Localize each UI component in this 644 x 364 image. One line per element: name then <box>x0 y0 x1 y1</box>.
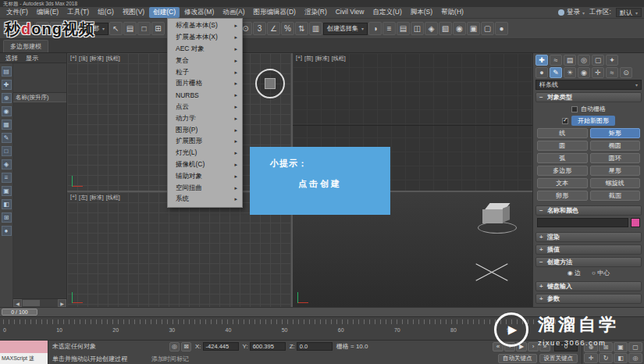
create-menu-item[interactable]: 点云 ▸ <box>168 102 242 113</box>
category-lights-icon[interactable]: ☀ <box>564 67 576 78</box>
autogrid-checkbox[interactable]: 自动栅格 <box>537 105 640 113</box>
shape-tool-button[interactable]: 文本 <box>537 178 588 188</box>
tab-modify[interactable]: ≈ <box>550 55 562 66</box>
render-production-icon[interactable]: ● <box>495 22 508 35</box>
create-menu-item[interactable]: 图形(P) ▸ <box>168 124 242 136</box>
shape-tool-button[interactable]: 圆 <box>537 141 588 151</box>
create-menu-item[interactable]: 扩展图形 ▸ <box>168 136 242 148</box>
viewport-label[interactable]: [线框] <box>106 194 120 202</box>
login-button[interactable]: 登录 ▾ <box>558 8 585 17</box>
scene-explorer-tool-icon[interactable]: ≡ <box>2 173 12 183</box>
listener-macro-line[interactable] <box>0 341 48 353</box>
percent-snap-icon[interactable]: % <box>281 22 294 35</box>
menu-bar-item[interactable]: 工具(T) <box>63 7 93 18</box>
time-slider-grip[interactable]: 0 / 100 <box>2 309 37 316</box>
shape-tool-button[interactable]: 多边形 <box>537 166 588 176</box>
render-setup-icon[interactable]: ▣ <box>467 22 480 35</box>
menu-bar-item[interactable]: 图形编辑器(D) <box>250 7 300 18</box>
scene-explorer-menu[interactable]: 显示 <box>23 54 41 62</box>
create-menu-item[interactable]: 复合 ▸ <box>168 55 242 66</box>
named-selection-set-field[interactable]: 创建选择集 ▾ <box>323 23 368 35</box>
menu-bar-item[interactable]: 创建(C) <box>149 7 180 18</box>
viewport-label[interactable]: [+] <box>70 55 76 62</box>
pan-icon[interactable]: ✛ <box>584 353 598 363</box>
tab-utilities[interactable]: ✦ <box>606 55 618 66</box>
scene-explorer-tool-icon[interactable]: ▤ <box>2 66 12 77</box>
create-menu-item[interactable]: NURBS ▸ <box>168 90 242 102</box>
viewport-label[interactable]: [标准] <box>315 55 329 62</box>
material-editor-icon[interactable]: ◉ <box>453 22 466 35</box>
maximize-viewport-icon[interactable]: ◧ <box>614 353 628 363</box>
scene-explorer-tool-icon[interactable]: ▦ <box>2 120 12 130</box>
shape-tool-button[interactable]: 螺旋线 <box>590 178 641 188</box>
layer-manager-icon[interactable]: ▤ <box>397 22 410 35</box>
isolate-view-icon[interactable]: ◎ <box>628 353 642 363</box>
category-spacewarps-icon[interactable]: ≈ <box>606 67 618 78</box>
scene-explorer-tool-icon[interactable]: ⊞ <box>2 212 12 223</box>
lock-selection-icon[interactable]: ⊠ <box>181 342 191 352</box>
set-key-button[interactable]: 设置关键点 <box>539 354 578 363</box>
viewport-label[interactable]: [顶] <box>79 55 87 62</box>
create-menu-item[interactable]: 辅助对象 ▸ <box>168 170 242 182</box>
maxscript-mini-listener[interactable]: MAXScript 迷 <box>0 341 48 364</box>
create-menu-item[interactable]: 面片栅格 ▸ <box>168 78 242 90</box>
scene-explorer-tool-icon[interactable]: ⊕ <box>2 93 12 103</box>
scene-explorer-tool-icon[interactable]: ✚ <box>2 80 12 90</box>
viewport-label[interactable]: [+] <box>296 55 302 62</box>
schematic-view-icon[interactable]: ▧ <box>439 22 452 35</box>
mirror-icon[interactable]: ◑ <box>368 22 382 35</box>
create-menu-item[interactable]: 系统 ▸ <box>168 194 242 205</box>
create-menu-item[interactable]: AEC 对象 ▸ <box>168 44 242 55</box>
shape-tool-button[interactable]: 卵形 <box>537 191 588 201</box>
create-menu-item[interactable]: 标准基本体(S) ▸ <box>168 20 242 32</box>
workspace-selector[interactable]: 默认 ▾ <box>616 8 642 17</box>
select-by-name-icon[interactable]: ▤ <box>123 22 137 35</box>
create-menu-item[interactable]: 粒子 ▸ <box>168 66 242 78</box>
viewport-label[interactable]: [+] <box>70 194 76 202</box>
menu-bar-item[interactable]: 文件(F) <box>2 7 32 18</box>
ribbon-toggle-icon[interactable]: ◫ <box>411 22 424 35</box>
add-time-tag[interactable]: 添加时间标记 <box>151 355 189 363</box>
viewport-label[interactable]: [标准] <box>90 194 104 202</box>
tab-create[interactable]: ✚ <box>535 55 548 66</box>
create-menu-item[interactable]: 摄像机(C) ▸ <box>168 159 242 171</box>
ribbon-tab-polygon-modeling[interactable]: 多边形建模 <box>3 40 48 52</box>
box-object[interactable] <box>482 203 514 230</box>
create-menu-item[interactable]: 扩展基本体(X) ▸ <box>168 32 242 44</box>
object-color-swatch[interactable] <box>631 218 640 227</box>
coord-x-field[interactable]: -424.445 <box>203 342 239 351</box>
scene-explorer-column-header[interactable]: 名称(按升序) <box>13 93 66 102</box>
shape-tool-button[interactable]: 截面 <box>590 191 641 201</box>
shape-tool-button[interactable]: 弧 <box>537 153 588 163</box>
category-cameras-icon[interactable]: ◉ <box>578 67 590 78</box>
viewport-label[interactable]: [线框] <box>106 55 120 62</box>
circle-shape-object[interactable] <box>255 69 285 98</box>
menu-bar-item[interactable]: 脚本(S) <box>407 7 436 18</box>
scene-explorer-menu[interactable]: 选择 <box>2 54 21 62</box>
isolate-selection-toggle-icon[interactable]: ◎ <box>169 342 180 352</box>
viewport-label[interactable]: [线框] <box>332 55 346 62</box>
tab-display[interactable]: ▢ <box>592 55 604 66</box>
menu-bar-item[interactable]: 帮助(H) <box>437 7 468 18</box>
angle-snap-icon[interactable]: ∠ <box>267 22 280 35</box>
scroll-right-icon[interactable]: ▶ <box>58 299 66 307</box>
menu-bar-item[interactable]: 编辑(E) <box>33 7 62 18</box>
create-menu-item[interactable]: 空间扭曲 ▸ <box>168 182 242 194</box>
align-icon[interactable]: ≡ <box>382 22 396 35</box>
scene-explorer-tool-icon[interactable]: ◧ <box>2 199 12 209</box>
category-helpers-icon[interactable]: ✛ <box>592 67 604 78</box>
scene-explorer-tool-icon[interactable]: ◈ <box>2 159 12 170</box>
menu-bar-item[interactable]: 动画(A) <box>219 7 248 18</box>
zoom-region-icon[interactable]: ▢ <box>628 342 642 352</box>
menu-bar-item[interactable]: 渲染(R) <box>301 7 331 18</box>
scene-explorer-tool-icon[interactable]: ▣ <box>2 186 12 196</box>
shape-tool-button[interactable]: 星形 <box>590 166 641 176</box>
create-menu-item[interactable]: 灯光(L) ▸ <box>168 148 242 159</box>
scene-explorer-list[interactable] <box>13 102 66 298</box>
menu-bar-item[interactable]: Civil View <box>332 7 368 18</box>
shape-category-dropdown[interactable]: 样条线 ▾ <box>535 80 642 90</box>
creation-method-radio[interactable]: 中心 <box>592 269 610 277</box>
menu-bar-item[interactable]: 修改器(M) <box>180 7 218 18</box>
render-frame-window-icon[interactable]: ▢ <box>481 22 494 35</box>
snap-toggle-icon[interactable]: 3 <box>253 22 266 35</box>
